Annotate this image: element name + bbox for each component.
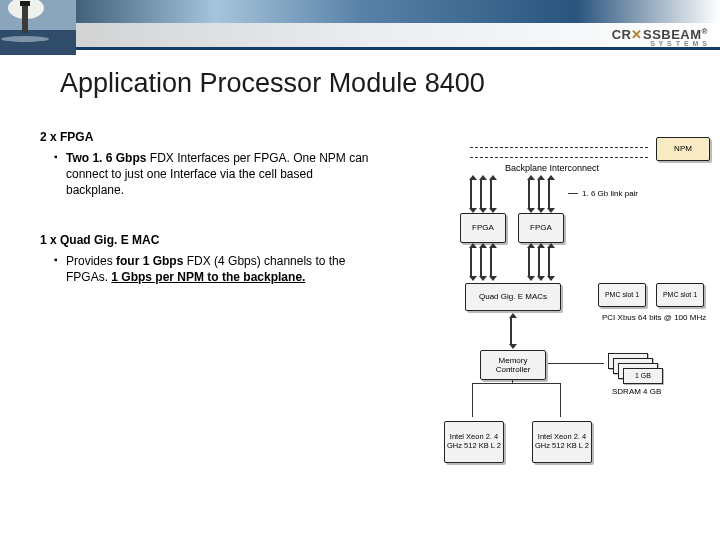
memory-controller-block: Memory Controller	[480, 350, 546, 380]
memctl-ram-line	[548, 363, 604, 364]
backplane-label: Backplane Interconnect	[505, 163, 599, 173]
bus-line	[472, 383, 560, 384]
bus-line	[472, 383, 473, 417]
arrow-icon	[510, 317, 512, 345]
bus-line	[512, 379, 513, 383]
text-content: 2 x FPGA Two 1. 6 Gbps FDX Interfaces pe…	[40, 130, 370, 295]
fpga-block-a: FPGA	[460, 213, 506, 243]
svg-rect-3	[22, 3, 28, 33]
section-heading-fpga: 2 x FPGA	[40, 130, 370, 144]
arrow-icon	[490, 247, 492, 277]
arrow-icon	[480, 179, 482, 209]
arrow-icon	[538, 179, 540, 209]
bullet-fpga: Two 1. 6 Gbps FDX Interfaces per FPGA. O…	[54, 150, 370, 199]
bullet-gige-bold: four 1 Gbps	[116, 254, 183, 268]
bullet-gige: Provides four 1 Gbps FDX (4 Gbps) channe…	[54, 253, 370, 285]
pmc-slot-1: PMC slot 1	[598, 283, 646, 307]
arrow-icon	[470, 179, 472, 209]
bus-line	[560, 383, 561, 417]
section-heading-gige: 1 x Quad Gig. E MAC	[40, 233, 370, 247]
logo-bar: CR✕SSBEAM® S Y S T E M S	[0, 23, 720, 47]
crossbeam-logo: CR✕SSBEAM® S Y S T E M S	[612, 27, 708, 47]
link-pair-line	[568, 193, 578, 194]
ram-module: 1 GB	[623, 368, 663, 384]
arrow-icon	[480, 247, 482, 277]
bullet-fpga-bold: Two 1. 6 Gbps	[66, 151, 146, 165]
arrow-icon	[538, 247, 540, 277]
arrow-icon	[528, 179, 530, 209]
bullet-gige-underline: 1 Gbps per NPM to the backplane.	[111, 270, 305, 284]
svg-point-5	[1, 36, 49, 42]
arrow-icon	[548, 247, 550, 277]
logo-left: CR	[612, 27, 632, 42]
cpu-block-2: Intel Xeon 2. 4 GHz 512 KB L 2	[532, 421, 592, 463]
link-pair-label: 1. 6 Gb link pair	[582, 189, 638, 198]
svg-rect-4	[20, 1, 30, 6]
sdram-label: SDRAM 4 GB	[612, 387, 661, 396]
pci-bus-label: PCI Xbus 64 bits @ 100 MHz	[602, 313, 706, 322]
arrow-icon	[470, 247, 472, 277]
arrow-icon	[548, 179, 550, 209]
dash-to-npm-2	[470, 157, 648, 158]
logo-x-icon: ✕	[631, 27, 643, 42]
npm-block: NPM	[656, 137, 710, 161]
page-title: Application Processor Module 8400	[60, 68, 485, 99]
bullet-gige-pre: Provides	[66, 254, 116, 268]
gige-mac-block: Quad Gig. E MACs	[465, 283, 561, 311]
cpu-block-1: Intel Xeon 2. 4 GHz 512 KB L 2	[444, 421, 504, 463]
architecture-diagram: NPM Backplane Interconnect 1. 6 Gb link …	[380, 135, 710, 525]
arrow-icon	[490, 179, 492, 209]
header-divider	[0, 47, 720, 50]
arrow-icon	[528, 247, 530, 277]
dash-to-npm	[470, 147, 648, 148]
fpga-block-b: FPGA	[518, 213, 564, 243]
lighthouse-image	[0, 0, 76, 55]
header-bar	[0, 0, 720, 23]
svg-rect-1	[0, 30, 76, 55]
pmc-slot-2: PMC slot 1	[656, 283, 704, 307]
